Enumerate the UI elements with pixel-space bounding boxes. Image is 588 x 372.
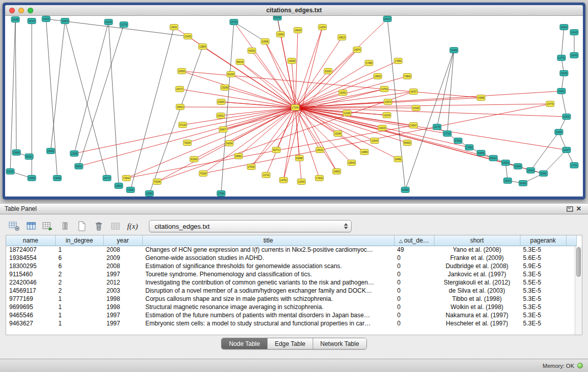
graph-node[interactable]: 16482 [394,157,402,162]
table-cell[interactable]: Jankovic et al. (1997) [434,270,520,278]
graph-node[interactable]: 93354 [477,150,485,156]
graph-node[interactable]: 12343 [555,129,563,135]
table-cell[interactable]: Corpus callosum shape and size in male p… [142,295,394,303]
table-row[interactable]: 946362711997Embryonic stem cells: a mode… [6,319,576,327]
table-cell[interactable]: 5.3E-5 [520,295,566,303]
delete-column-icon[interactable] [92,220,105,232]
graph-node[interactable]: 17603 [465,145,473,150]
graph-node[interactable]: 98218 [236,59,244,65]
graph-node[interactable]: 16001 [170,25,178,30]
graph-node[interactable]: 16186 [11,17,19,23]
graph-node[interactable]: 17710 [443,131,451,137]
graph-node[interactable]: 34204 [225,141,233,146]
graph-node[interactable]: 75194 [199,171,207,177]
table-row[interactable]: 969969511998Structural magnetic resonanc… [6,303,576,311]
graph-node[interactable]: 12042 [297,179,306,185]
table-cell[interactable]: Dudbridge et al. (2008) [434,262,520,270]
table-cell[interactable]: Changes of HCN gene expression and I(f) … [142,246,394,254]
table-cell[interactable]: 2008 [103,262,142,270]
scrollbar-thumb[interactable] [576,247,581,277]
graph-node[interactable]: 30877 [219,127,227,133]
graph-node[interactable]: 27534 [247,164,255,170]
graph-node[interactable]: 19448 [450,48,458,53]
column-header-name[interactable]: name [6,235,55,246]
table-row[interactable]: 977716911998Corpus callosum shape and si… [6,295,576,303]
graph-node[interactable]: 19058 [53,176,61,181]
graph-node[interactable]: 10896 [360,149,368,155]
table-cell[interactable]: 9115460 [6,270,55,278]
graph-node[interactable]: 72544 [122,176,130,181]
table-cell[interactable]: 5.3E-5 [520,319,566,327]
table-cell[interactable]: 0 [394,319,434,327]
graph-node[interactable]: 16640 [294,28,302,33]
graph-node[interactable]: 24752 [279,178,288,183]
tab-node-table[interactable]: Node Table [222,338,268,349]
graph-node[interactable]: 50150 [227,72,235,77]
table-cell[interactable]: 1 [55,246,103,254]
graph-node[interactable]: 12106 [343,111,351,116]
close-button[interactable] [9,8,15,13]
table-cell[interactable]: 9465546 [6,311,55,319]
graph-node[interactable]: 16943 [502,160,510,166]
table-cell[interactable]: 9463627 [6,319,55,327]
table-cell[interactable]: 1997 [103,311,142,319]
graph-node[interactable]: 76234 [183,140,191,146]
graph-node[interactable]: 15723 [230,19,238,25]
table-cell[interactable]: Investigating the contribution of common… [142,278,394,287]
show-columns-icon[interactable] [25,220,38,232]
table-cell[interactable]: 1998 [103,295,142,303]
table-cell[interactable]: Estimation of significance thresholds fo… [142,262,394,270]
graph-node[interactable]: 10415 [42,16,50,22]
graph-node[interactable]: 16776 [433,124,441,130]
table-cell[interactable]: 2 [55,270,103,278]
table-row[interactable]: 946554611997Estimation of the future num… [6,311,576,319]
graph-node[interactable]: 12216 [383,113,391,118]
graph-node[interactable]: 16974 [353,47,361,53]
table-cell[interactable]: 2009 [103,254,142,262]
table-cell[interactable]: Tourette syndrome. Phenomenology and cla… [142,270,394,278]
table-cell[interactable]: 2 [55,278,103,287]
table-cell[interactable]: Stergiakouli et al. (2012) [434,278,520,287]
column-header-year[interactable]: year [103,235,142,246]
zoom-button[interactable] [28,8,33,13]
table-cell[interactable]: 5.9E-5 [520,262,566,270]
graph-node[interactable]: 20553 [178,69,186,74]
graph-node[interactable]: 80914 [489,156,497,161]
graph-node[interactable]: 15925 [47,148,55,154]
graph-node[interactable]: 76194 [153,179,161,185]
graph-node[interactable]: 16342 [527,168,535,173]
graph-node[interactable]: 16235 [560,71,568,76]
table-cell[interactable]: 0 [394,262,434,270]
graph-node[interactable]: 12775 [557,55,565,61]
graph-node[interactable]: 67919 [454,138,462,144]
table-cell[interactable]: 6 [55,262,103,270]
graph-node[interactable]: 91542 [190,157,198,162]
table-cell[interactable]: 1998 [103,303,142,311]
table-cell[interactable]: Franke et al. (2009) [434,254,520,262]
graph-node[interactable]: 15919 [560,25,568,30]
create-column-icon[interactable] [75,220,89,232]
graph-node[interactable]: 15160 [412,105,420,111]
table-cell[interactable]: 2 [55,287,103,295]
table-cell[interactable]: 0 [394,311,434,319]
graph-node[interactable]: 59051 [75,164,83,169]
graph-node[interactable]: 22606 [261,39,269,45]
close-panel-icon[interactable]: × [574,205,583,213]
table-cell[interactable]: 1997 [103,270,142,278]
column-header-out_de[interactable]: △out_de… [394,235,434,246]
graph-node[interactable]: 17850 [394,58,402,64]
table-row[interactable]: 1872400712008Changes of HCN gene express… [6,246,576,254]
table-cell[interactable]: Yano et al. (2008) [434,246,520,254]
table-cell[interactable]: 18300295 [6,262,55,270]
table-row[interactable]: 1830029562008Estimation of significance … [6,262,576,270]
graph-node[interactable]: 32201 [324,69,332,74]
graph-node[interactable]: 10773 [103,176,111,181]
table-cell[interactable]: 9777169 [6,295,55,303]
table-cell[interactable]: 1 [55,295,103,303]
graph-node[interactable]: 17633 [315,176,323,181]
graph-node[interactable]: 16584 [145,191,154,196]
table-cell[interactable]: 5.3E-5 [520,270,566,278]
graph-node[interactable]: 19145 [104,19,113,25]
graph-node[interactable]: 16261 [339,90,347,96]
table-cell[interactable]: 5.6E-5 [520,254,566,262]
